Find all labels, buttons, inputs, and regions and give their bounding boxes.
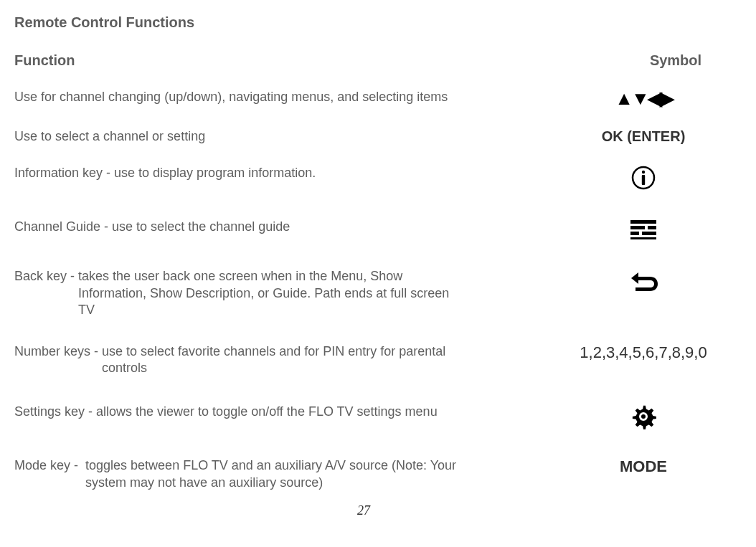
header-row: Function Symbol [14,52,713,69]
settings-symbol [574,404,713,433]
gear-icon [630,404,656,429]
svg-rect-4 [630,226,645,229]
symbol-header: Symbol [638,52,713,69]
row-arrows: Use for channel changing (up/down), navi… [14,89,713,108]
page-number: 27 [0,503,727,518]
info-icon [630,165,656,191]
row-info: Information key - use to display program… [14,165,713,194]
numbers-desc: Number keys - use to select favorite cha… [14,343,574,377]
row-mode: Mode key - toggles between FLO TV and an… [14,457,713,491]
guide-symbol [574,219,713,244]
arrow-icons: ▲▼◀▶ [615,87,671,109]
info-desc: Information key - use to display program… [14,165,574,181]
mode-symbol: MODE [574,457,713,476]
svg-point-1 [642,171,645,173]
row-guide: Channel Guide - use to select the channe… [14,219,713,244]
guide-desc: Channel Guide - use to select the channe… [14,219,574,235]
row-ok: Use to select a channel or setting OK (E… [14,128,713,145]
arrows-symbol: ▲▼◀▶ [574,89,713,108]
settings-desc: Settings key - allows the viewer to togg… [14,404,574,420]
mode-desc: Mode key - toggles between FLO TV and an… [14,457,574,491]
ok-desc: Use to select a channel or setting [14,128,574,145]
svg-point-10 [641,414,646,419]
svg-rect-3 [630,220,656,224]
svg-rect-7 [642,232,656,235]
back-symbol [574,268,713,296]
guide-icon [629,219,658,240]
svg-rect-5 [648,226,656,229]
back-icon [628,268,658,292]
svg-rect-8 [630,237,656,239]
row-back: Back key - takes the user back one scree… [14,268,713,318]
svg-rect-2 [642,175,645,185]
arrows-desc: Use for channel changing (up/down), navi… [14,89,574,105]
row-settings: Settings key - allows the viewer to togg… [14,404,713,433]
numbers-symbol: 1,2,3,4,5,6,7,8,9,0 [574,343,713,362]
row-numbers: Number keys - use to select favorite cha… [14,343,713,377]
info-symbol [574,165,713,194]
svg-rect-6 [630,232,639,235]
page-title: Remote Control Functions [14,14,713,31]
back-desc: Back key - takes the user back one scree… [14,268,574,318]
function-header: Function [14,52,638,69]
ok-symbol: OK (ENTER) [574,128,713,145]
